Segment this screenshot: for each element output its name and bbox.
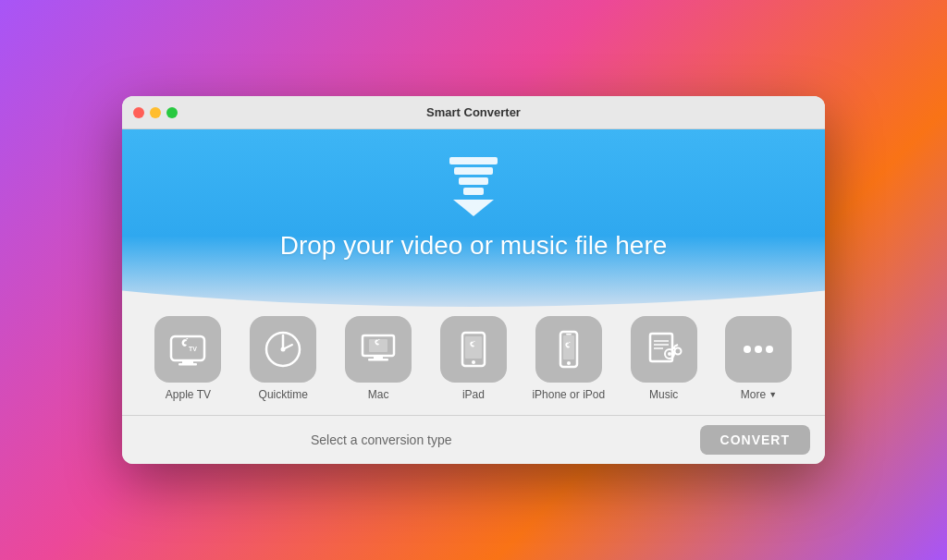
status-text: Select a conversion type — [137, 432, 626, 447]
mac-icon — [355, 326, 401, 372]
device-item-more[interactable]: More ▼ — [721, 316, 795, 401]
device-item-mac[interactable]: Mac — [341, 316, 415, 401]
apple-tv-icon-wrap: TV — [154, 316, 221, 383]
svg-text:TV: TV — [189, 346, 197, 352]
svg-rect-0 — [171, 336, 204, 360]
svg-rect-10 — [374, 356, 383, 359]
titlebar: Smart Converter — [122, 96, 825, 129]
svg-point-24 — [668, 352, 671, 356]
svg-point-17 — [567, 361, 571, 365]
quicktime-label: Quicktime — [259, 388, 308, 401]
convert-button[interactable]: CONVERT — [700, 425, 810, 455]
maximize-button[interactable] — [166, 107, 178, 118]
ipad-icon — [450, 326, 497, 372]
device-item-quicktime[interactable]: Quicktime — [246, 316, 320, 401]
more-dots-icon — [744, 346, 773, 353]
svg-point-27 — [674, 348, 681, 355]
footer: Select a conversion type CONVERT — [122, 416, 825, 464]
traffic-lights — [133, 107, 178, 118]
close-button[interactable] — [133, 107, 144, 118]
drop-zone[interactable]: Drop your video or music file here — [122, 129, 825, 307]
funnel-icon — [449, 157, 498, 216]
more-icon-wrap — [725, 316, 792, 383]
device-item-iphone[interactable]: iPhone or iPod — [532, 316, 606, 401]
more-label: More ▼ — [741, 388, 777, 401]
svg-rect-1 — [182, 360, 193, 363]
window-title: Smart Converter — [426, 105, 521, 119]
device-item-apple-tv[interactable]: TV Apple TV — [151, 316, 225, 401]
drop-label: Drop your video or music file here — [141, 231, 806, 261]
svg-point-14 — [472, 360, 475, 364]
device-item-ipad[interactable]: iPad — [437, 316, 510, 401]
music-label: Music — [649, 388, 678, 401]
iphone-icon — [546, 326, 592, 372]
minimize-button[interactable] — [150, 107, 161, 118]
apple-tv-icon: TV — [167, 329, 208, 370]
svg-rect-9 — [369, 339, 387, 352]
svg-rect-2 — [178, 363, 197, 366]
music-icon-wrap — [631, 316, 697, 383]
svg-point-7 — [281, 347, 286, 352]
svg-rect-11 — [368, 359, 388, 361]
devices-section: TV Apple TV Quicktime — [122, 288, 825, 415]
iphone-icon-wrap — [535, 316, 602, 383]
mac-icon-wrap — [345, 316, 412, 383]
svg-rect-18 — [566, 334, 572, 335]
app-window: Smart Converter Drop your video or music… — [122, 96, 825, 464]
more-chevron-icon: ▼ — [769, 390, 777, 399]
svg-line-26 — [674, 345, 678, 347]
drop-icon — [141, 157, 806, 216]
svg-rect-13 — [465, 336, 482, 359]
mac-label: Mac — [368, 388, 389, 401]
apple-tv-label: Apple TV — [166, 388, 211, 401]
music-icon — [641, 326, 687, 372]
iphone-label: iPhone or iPod — [532, 388, 605, 401]
device-item-music[interactable]: Music — [627, 316, 701, 401]
ipad-label: iPad — [462, 388, 485, 401]
svg-rect-19 — [650, 334, 672, 361]
devices-row: TV Apple TV Quicktime — [141, 307, 806, 415]
ipad-icon-wrap — [440, 316, 507, 383]
quicktime-icon — [260, 326, 306, 372]
quicktime-icon-wrap — [250, 316, 316, 383]
